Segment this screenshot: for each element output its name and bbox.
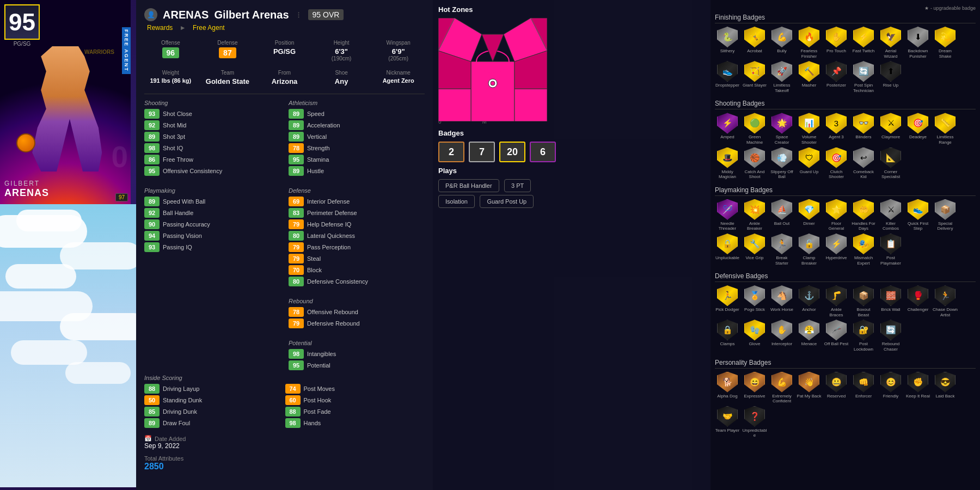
- date-label-text: Date Added: [155, 436, 186, 442]
- badge-label: Needle Threader: [715, 221, 740, 231]
- badge-shield-icon: 👊: [853, 372, 874, 393]
- badge-shield-icon: 🏃: [935, 285, 955, 306]
- badge-label: Comeback Kid: [851, 169, 876, 180]
- badge-shield-icon: 🐕: [717, 372, 738, 393]
- badge-shield-icon: ⛵: [771, 199, 792, 220]
- stat-row: 89Vertical: [289, 132, 425, 142]
- stat-row: 92Ball Handle: [144, 208, 280, 218]
- badge-label: Posterizer: [826, 83, 846, 88]
- stats-container: Shooting 93Shot Close92Shot Mid89Shot 3p…: [144, 100, 425, 372]
- badge-item: 🔧Vice Grip: [742, 234, 767, 266]
- inside-stat-row: 85Driving Dunk: [144, 407, 284, 416]
- stat-name: Shot Mid: [163, 122, 186, 128]
- badge-label: Killer Combos: [878, 221, 903, 231]
- badge-shield-icon: ✋: [826, 27, 847, 47]
- badge-label: Quick First Step: [905, 221, 930, 231]
- cloud-3: [60, 242, 136, 270]
- badge-label: Slithery: [720, 48, 735, 54]
- stat-value: 89: [289, 132, 304, 142]
- hot-zone-court: [438, 18, 547, 121]
- potential-label: Potential: [289, 340, 425, 346]
- team-value: Golden State: [201, 77, 254, 85]
- inside-stat-value: 85: [144, 407, 160, 416]
- badge-item: 💎Dimer: [797, 199, 822, 231]
- stat-row: 98Shot IQ: [144, 143, 280, 153]
- shoe-value: Any: [315, 77, 368, 85]
- playmaking-badges-grid: 🪡Needle Threader💥Ankle Breaker⛵Bail Out💎…: [715, 199, 976, 266]
- offense-value: 96: [162, 47, 180, 58]
- stat-name: Hustle: [307, 168, 324, 174]
- badge-item: 😤Menace: [797, 320, 822, 352]
- badge-label: Rise Up: [883, 83, 898, 88]
- stat-name: Passing Accuracy: [163, 221, 210, 228]
- play-btn-pr[interactable]: P&R Ball Handler: [438, 179, 499, 192]
- hot-zones-panel: Hot Zones: [433, 0, 710, 490]
- stat-value: 89: [289, 109, 304, 119]
- play-btn-3pt[interactable]: 3 PT: [504, 179, 531, 192]
- overall-badge: 95: [4, 4, 40, 40]
- badge-item: 👓Blinders: [851, 113, 876, 145]
- badge-count-gold: 20: [499, 142, 525, 162]
- stat-value: 90: [144, 219, 160, 229]
- svg-point-7: [491, 81, 495, 85]
- play-btn-iso[interactable]: Isolation: [438, 195, 475, 208]
- stat-row: 86Free Throw: [144, 155, 280, 164]
- svg-marker-3: [514, 89, 547, 121]
- inside-scoring-label: Inside Scoring: [144, 375, 425, 381]
- badge-item: 🔨Masher: [797, 61, 822, 93]
- badge-label: Reserved: [827, 394, 846, 399]
- stat-value: 70: [289, 265, 304, 275]
- badge-item: ⚓Anchor: [797, 285, 822, 317]
- stat-name: Passing IQ: [163, 244, 192, 250]
- badge-label: Rebound Chaser: [878, 341, 903, 352]
- badge-shield-icon: 🤝: [717, 406, 738, 427]
- badge-shield-icon: 🧱: [880, 285, 901, 306]
- badge-item: ⚡Amped: [715, 113, 740, 145]
- badge-item: 🪡Needle Threader: [715, 199, 740, 231]
- badge-label: Middy Magician: [715, 169, 740, 180]
- badge-item: 🦵Ankle Braces: [824, 285, 849, 317]
- badge-shield-icon: 🏹: [744, 61, 765, 82]
- stat-row: 79Pass Perception: [289, 242, 425, 252]
- stat-row: 70Block: [289, 265, 425, 275]
- badge-item: 🐴Work Horse: [769, 285, 794, 317]
- inside-scoring-stats: 88Driving Layup50Standing Dunk85Driving …: [144, 384, 425, 430]
- player-card-panel: 95 PG/SG FREE AGENT WARRIORS GILBERT ARE…: [0, 0, 136, 490]
- badge-item: 🧤Glove: [742, 320, 767, 352]
- stat-name: Perimeter Defense: [307, 210, 357, 216]
- finishing-badges-grid: 🐍Slithery🤸Acrobat💪Bully🔥Fearless Finishe…: [715, 27, 976, 93]
- stat-name: Shot 3pt: [163, 133, 185, 140]
- position-label: PG/SG: [4, 41, 40, 47]
- stat-value: 69: [289, 197, 304, 206]
- badge-item: 🔒Clamps: [715, 320, 740, 352]
- inside-stat-name: Draw Foul: [163, 420, 190, 426]
- badge-shield-icon: 🌟: [771, 113, 792, 133]
- badges-title: Badges: [438, 129, 705, 137]
- badge-label: Slippery Off Ball: [769, 169, 794, 180]
- badge-shield-icon: 🦟: [826, 320, 847, 340]
- wingspan-value: 6'9": [372, 47, 425, 56]
- badge-item: 📐Corner Specialist: [878, 148, 903, 180]
- badge-label: Guard Up: [800, 169, 819, 175]
- badge-shield-icon: 💨: [771, 148, 792, 168]
- badge-shield-icon: 📐: [880, 148, 901, 168]
- from-box: From Arizona: [258, 70, 311, 85]
- badge-shield-icon: 🛡: [799, 148, 819, 168]
- badge-label: Glove: [749, 341, 761, 347]
- badge-item: 🏅Pogo Stick: [742, 285, 767, 317]
- badge-shield-icon: 💪: [771, 27, 792, 47]
- badge-shield-icon: 🧤: [744, 320, 765, 340]
- badge-label: Enforcer: [855, 394, 872, 399]
- stat-name: Speed: [307, 111, 324, 117]
- play-btn-gpo[interactable]: Guard Post Up: [480, 195, 534, 208]
- badge-shield-icon: ⚡: [853, 27, 874, 47]
- badge-label: Space Creator: [769, 134, 794, 145]
- stat-name: Lateral Quickness: [307, 232, 355, 239]
- defense-label: Defense: [289, 187, 425, 194]
- badge-shield-icon: 🔒: [717, 234, 738, 254]
- stat-value: 89: [289, 166, 304, 176]
- shooting-label: Shooting: [144, 100, 280, 106]
- badge-label: Pick Dodger: [715, 307, 739, 313]
- badge-label: Giant Slayer: [743, 83, 767, 88]
- badge-item: 🎩Middy Magician: [715, 148, 740, 180]
